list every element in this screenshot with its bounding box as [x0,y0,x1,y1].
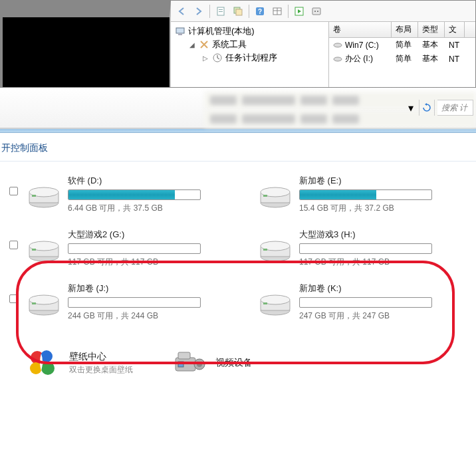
separator [249,5,249,18]
svg-rect-34 [263,249,267,251]
drive-checkbox[interactable] [9,294,18,303]
drive-name: 新加卷 (E:) [299,175,469,187]
col-fs[interactable]: 文 [445,22,465,37]
drive-item[interactable]: 新加卷 (E:) 15.4 GB 可用，共 37.2 GB [258,175,469,214]
chevron-down-icon[interactable]: ▾ [406,100,416,115]
expand-icon[interactable]: ▷ [201,55,209,62]
svg-point-13 [317,11,318,12]
props-icon[interactable] [308,3,324,19]
vol-name: Win7 (C:) [345,41,379,50]
tools-icon [199,39,209,50]
drive-freespace: 117 GB 可用，共 117 GB [299,257,469,268]
drive-checkbox[interactable] [9,187,18,195]
drive-checkbox[interactable] [9,241,18,249]
svg-point-50 [197,362,202,367]
drive-name: 大型游戏3 (H:) [299,229,469,241]
tree-root[interactable]: 计算机管理(本地) [172,25,327,38]
drive-capacity-bar [299,243,432,254]
control-panel-label[interactable]: 开控制面板 [0,133,476,162]
disk-icon [333,42,342,49]
run-icon[interactable] [291,3,307,19]
svg-rect-2 [219,11,223,12]
svg-rect-38 [32,302,36,304]
volume-header: 卷 布局 类型 文 [329,22,475,38]
volume-table[interactable]: 卷 布局 类型 文 Win7 (C:) 简单 基本 NT 办公 (I:) 简单 … [329,22,475,87]
separator [209,5,210,18]
search-input[interactable] [437,100,473,116]
mgmt-toolbar: ? [171,1,475,22]
svg-rect-14 [176,28,184,33]
tree-scheduler-label: 任务计划程序 [225,52,277,64]
video-device[interactable]: 视频设备 [173,348,253,378]
svg-point-17 [334,43,342,47]
svg-rect-11 [312,8,320,15]
help-icon[interactable]: ? [252,3,268,19]
drive-name: 新加卷 (J:) [68,283,238,294]
bottom-items: 壁纸中心 双击更换桌面壁纸 视频设备 [0,328,476,384]
top-section: ? 计算机管理(本地) ◢ 系统工具 [0,0,476,88]
refresh-icon[interactable] [419,100,435,116]
mgmt-panel: ? 计算机管理(本地) ◢ 系统工具 [171,1,475,87]
drive-icon [258,237,293,263]
drive-freespace: 15.4 GB 可用，共 37.2 GB [299,203,469,214]
table-icon[interactable] [269,3,285,19]
drive-icon [258,290,293,317]
drive-name: 大型游戏2 (G:) [68,229,238,241]
svg-rect-51 [178,362,183,367]
drives-area: 软件 (D:) 6.44 GB 可用，共 37.5 GB 新加卷 (E:) 15… [0,162,476,328]
drive-item[interactable]: 大型游戏3 (H:) 117 GB 可用，共 117 GB [258,229,469,268]
drive-name: 软件 (D:) [68,175,238,187]
disk-icon [333,56,342,62]
video-title: 视频设备 [215,357,253,369]
drive-capacity-bar [299,297,432,308]
forward-button[interactable] [191,3,207,19]
vol-type: 基本 [418,53,445,65]
drive-item[interactable]: 大型游戏2 (G:) 117 GB 可用，共 117 GB [27,229,238,268]
clock-icon [212,53,223,63]
col-layout[interactable]: 布局 [392,22,418,37]
svg-rect-15 [178,34,182,35]
svg-point-46 [41,362,55,375]
drive-name: 新加卷 (K:) [299,283,469,294]
wallpaper-title: 壁纸中心 [69,351,133,363]
search-bar: ▾ [406,100,473,116]
tree-view[interactable]: 计算机管理(本地) ◢ 系统工具 ▷ 任务计划程序 [171,22,329,87]
table-row[interactable]: Win7 (C:) 简单 基本 NT [329,38,475,52]
drive-item[interactable]: 新加卷 (K:) 247 GB 可用，共 247 GB [258,283,469,322]
svg-rect-42 [263,302,267,304]
drive-item[interactable]: 软件 (D:) 6.44 GB 可用，共 37.5 GB [27,175,238,214]
layers-icon[interactable] [230,3,246,19]
drive-capacity-bar [68,297,201,308]
drive-capacity-bar [68,189,201,200]
drive-freespace: 117 GB 可用，共 117 GB [68,257,238,268]
table-row[interactable]: 办公 (I:) 简单 基本 NT [329,52,475,66]
tree-node-systools[interactable]: ◢ 系统工具 [185,38,327,51]
vol-type: 基本 [418,39,445,51]
back-button[interactable] [174,3,189,19]
svg-text:?: ? [258,8,262,15]
col-type[interactable]: 类型 [418,22,445,37]
svg-point-18 [334,57,342,61]
vol-fs: NT [445,54,465,64]
tree-root-label: 计算机管理(本地) [188,25,255,37]
vol-fs: NT [445,40,465,51]
collapse-icon[interactable]: ◢ [188,41,196,49]
wallpaper-center[interactable]: 壁纸中心 双击更换桌面壁纸 [27,348,133,378]
col-volume[interactable]: 卷 [329,22,392,37]
drive-capacity-bar [299,189,432,200]
video-preview [1,1,171,87]
drive-item[interactable]: 新加卷 (J:) 244 GB 可用，共 244 GB [27,283,238,322]
drive-freespace: 6.44 GB 可用，共 37.5 GB [68,203,238,214]
computer-icon [175,26,185,37]
svg-rect-30 [32,249,36,251]
tree-node-scheduler[interactable]: ▷ 任务计划程序 [199,51,327,64]
wallpaper-icon [27,348,61,378]
drive-icon [27,183,61,209]
camcorder-icon [173,348,207,378]
svg-rect-48 [178,352,190,359]
vol-layout: 简单 [392,39,418,51]
drive-icon [27,237,61,263]
drive-freespace: 244 GB 可用，共 244 GB [68,310,238,322]
blurred-area: ▾ [0,88,476,129]
doc-icon[interactable] [213,3,229,19]
